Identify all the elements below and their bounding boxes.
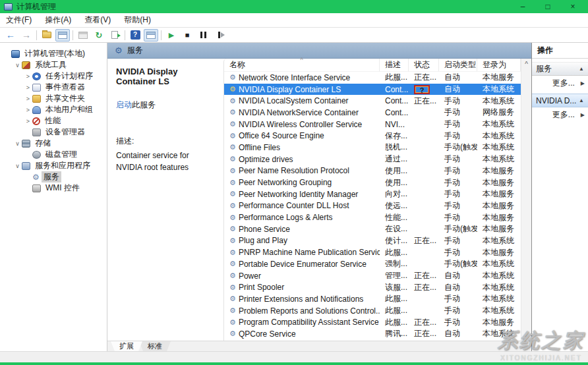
tree-item-wmi[interactable]: WMI 控件 (0, 182, 107, 194)
service-logon-cell: 本地系统 (477, 258, 521, 269)
expander-icon[interactable]: ∨ (13, 140, 22, 147)
expander-icon[interactable]: > (24, 73, 32, 80)
tree-item-storage[interactable]: ∨存储 (0, 138, 107, 149)
scroll-up-icon[interactable]: ^ (525, 61, 528, 341)
toolbar-separator (73, 30, 73, 40)
tree-item-label: 磁盘管理 (44, 149, 79, 160)
tree-item-event-viewer[interactable]: >事件查看器 (0, 82, 107, 93)
tree-item-computer[interactable]: 计算机管理(本地) (0, 48, 107, 59)
help-button[interactable]: ? (128, 29, 142, 42)
service-row[interactable]: ⚙PNRP Machine Name Publication Service此服… (224, 246, 521, 258)
service-row[interactable]: ⚙NVIDIA Display Container LSCont...?自动本地… (224, 84, 521, 96)
maximize-button[interactable]: □ (543, 2, 552, 11)
tab-extended[interactable]: 扩展 (111, 341, 142, 351)
menu-item-help[interactable]: 帮助(H) (124, 14, 151, 26)
service-detail-pane: NVIDIA Display Container LS 启动此服务 描述: Co… (107, 59, 223, 341)
tree-item-system-tools[interactable]: ∨系统工具 (0, 59, 107, 70)
service-name-cell: ⚙Peer Name Resolution Protocol (224, 166, 380, 175)
service-row[interactable]: ⚙Optimize drives通过...手动本地系统 (224, 154, 521, 165)
service-row[interactable]: ⚙Print Spooler该服...正在...自动本地系统 (224, 281, 521, 293)
service-row[interactable]: ⚙Performance Logs & Alerts性能...手动本地服务 (224, 211, 521, 223)
pause-service-button[interactable] (196, 29, 210, 42)
properties-button-disabled[interactable] (76, 29, 90, 42)
tree-item-label: 事件查看器 (44, 82, 87, 93)
service-row[interactable]: ⚙Office 64 Source Engine保存...手动本地系统 (224, 130, 521, 142)
service-row[interactable]: ⚙Performance Counter DLL Host使远...手动本地服务 (224, 200, 521, 212)
column-header-logon[interactable]: 登录为 (477, 59, 521, 71)
expander-icon[interactable]: > (24, 84, 32, 91)
tree-item-performance[interactable]: >性能 (0, 115, 107, 126)
service-row[interactable]: ⚙NVIDIA NetworkService ContainerCont...手… (224, 107, 521, 119)
service-logon-cell: 本地系统 (477, 96, 521, 107)
service-row[interactable]: ⚙Offline Files脱机...手动(触发...本地系统 (224, 142, 521, 154)
service-gear-icon: ⚙ (229, 143, 236, 152)
tree-item-device-manager[interactable]: 设备管理器 (0, 126, 107, 138)
tree-item-disk-management[interactable]: 磁盘管理 (0, 149, 107, 160)
expander-icon[interactable]: > (24, 96, 32, 102)
service-row[interactable]: ⚙Plug and Play使计...正在...手动本地系统 (224, 235, 521, 247)
up-one-level-button[interactable] (40, 29, 54, 42)
service-name: Performance Counter DLL Host (239, 201, 349, 210)
tree-item-local-users[interactable]: >本地用户和组 (0, 104, 107, 115)
minimize-button[interactable]: – (518, 2, 527, 11)
service-row[interactable]: ⚙Peer Networking Grouping使用...手动本地服务 (224, 177, 521, 188)
folder-up-icon (42, 32, 51, 38)
forward-button[interactable]: → (19, 29, 34, 42)
expander-icon[interactable]: > (24, 107, 32, 113)
service-status-cell: 正在... (409, 270, 439, 281)
service-row[interactable]: ⚙Program Compatibility Assistant Service… (224, 316, 521, 328)
menu-item-action[interactable]: 操作(A) (45, 14, 71, 26)
service-row[interactable]: ⚙Portable Device Enumerator Service强制...… (224, 258, 521, 270)
restart-service-button[interactable] (212, 29, 226, 42)
tree-item-task-scheduler[interactable]: >任务计划程序 (0, 70, 107, 82)
service-logon-cell: 本地服务 (477, 223, 521, 235)
show-hide-action-pane-button[interactable] (144, 29, 158, 42)
service-name-cell: ⚙NVIDIA NetworkService Container (224, 108, 380, 117)
service-row[interactable]: ⚙QPCore Service腾讯...正在...自动本地系统 (224, 328, 521, 340)
show-console-tree-button[interactable] (55, 29, 70, 42)
service-row[interactable]: ⚙Peer Networking Identity Manager向对...手动… (224, 188, 521, 200)
column-header-desc[interactable]: 描述 (380, 59, 409, 71)
service-row[interactable]: ⚙NVIDIA LocalSystem ContainerCont...正在..… (224, 95, 521, 107)
tree-item-services-apps[interactable]: ∨服务和应用程序 (0, 160, 107, 171)
local-users-icon (32, 106, 41, 114)
list-scrollbar[interactable]: ^ (521, 59, 531, 341)
tab-standard[interactable]: 标准 (139, 341, 171, 351)
expander-icon[interactable]: > (24, 118, 32, 125)
start-service-link[interactable]: 启动 (116, 100, 132, 109)
service-row[interactable]: ⚙NVIDIA Wireless Controller ServiceNVI..… (224, 119, 521, 130)
close-button[interactable]: × (568, 2, 577, 11)
tree-item-services[interactable]: ⚙服务 (0, 171, 107, 182)
menu-item-file[interactable]: 文件(F) (6, 14, 32, 26)
tree-item-label: 计算机管理(本地) (22, 48, 87, 59)
service-row[interactable]: ⚙Phone Service在设...手动(触发...本地服务 (224, 223, 521, 235)
service-startup-cell: 手动 (439, 212, 477, 223)
service-startup-cell: 自动 (439, 328, 477, 339)
service-row[interactable]: ⚙Problem Reports and Solutions Control..… (224, 305, 521, 317)
export-list-button[interactable] (107, 29, 122, 42)
expander-icon[interactable]: ∨ (13, 62, 22, 69)
action-section-header-nvidia[interactable]: NVIDIA D...▲ (532, 94, 588, 107)
action-more-item-nvidia[interactable]: 更多...▶ (532, 107, 588, 122)
action-more-item-services[interactable]: 更多...▶ (532, 76, 588, 90)
service-row[interactable]: ⚙Peer Name Resolution Protocol使用...手动本地服… (224, 165, 521, 177)
console-body: NVIDIA Display Container LS 启动此服务 描述: Co… (107, 59, 531, 341)
service-row[interactable]: ⚙Printer Extensions and Notifications此服.… (224, 293, 521, 305)
column-header-status[interactable]: 状态 (409, 59, 439, 71)
tree-item-shared-folders[interactable]: >共享文件夹 (0, 93, 107, 104)
action-section-header-services[interactable]: 服务▲ (532, 62, 588, 76)
expander-icon[interactable]: ∨ (13, 163, 22, 169)
service-logon-cell: 本地系统 (477, 119, 521, 130)
start-service-button[interactable]: ▶ (164, 29, 179, 42)
back-button[interactable]: ← (3, 29, 18, 42)
column-header-label: 登录为 (483, 59, 506, 70)
stop-service-button[interactable]: ■ (180, 29, 194, 42)
column-header-startup[interactable]: 启动类型 (439, 59, 477, 71)
service-desc-cell: 性能... (380, 212, 409, 223)
disk-management-icon (32, 151, 41, 159)
column-header-name[interactable]: 名称^ (224, 59, 380, 71)
service-row[interactable]: ⚙Network Store Interface Service此服...正在.… (224, 72, 521, 84)
service-row[interactable]: ⚙Power管理...正在...自动本地系统 (224, 270, 521, 282)
refresh-button[interactable]: ↻ (92, 29, 106, 42)
menu-item-view[interactable]: 查看(V) (84, 14, 111, 26)
